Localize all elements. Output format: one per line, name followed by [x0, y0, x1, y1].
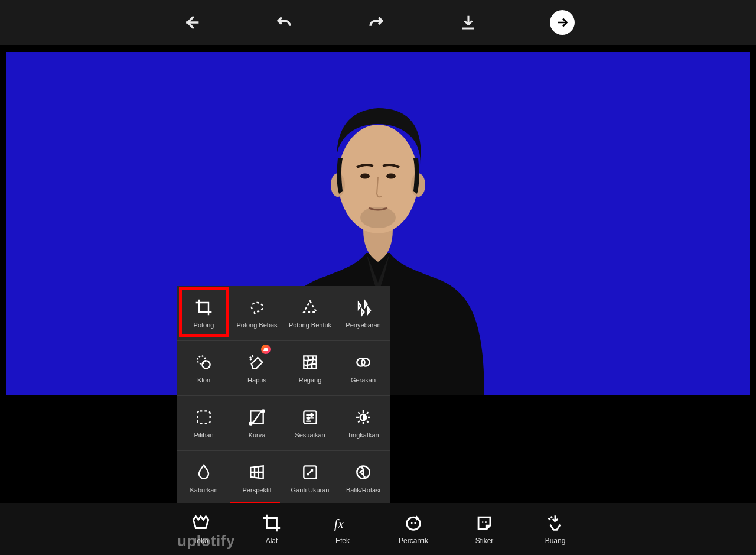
svg-point-24 — [482, 521, 484, 523]
svg-point-7 — [202, 361, 210, 368]
next-button[interactable] — [550, 10, 575, 35]
tool-potong-bebas[interactable]: Potong Bebas — [230, 286, 284, 340]
tool-balik-rotasi[interactable]: Balik/Rotasi — [337, 451, 390, 505]
tools-popup-menu: Potong Potong Bebas Potong Bentuk Penyeb… — [177, 286, 390, 505]
tool-kurva[interactable]: Kurva — [230, 396, 284, 450]
tool-potong-bentuk[interactable]: Potong Bentuk — [284, 286, 337, 340]
tool-ganti-ukuran[interactable]: Ganti Ukuran — [284, 451, 337, 505]
undo-button[interactable] — [273, 12, 295, 33]
tool-label: Kaburkan — [190, 486, 217, 494]
tool-potong[interactable]: Potong — [177, 286, 230, 340]
download-button[interactable] — [458, 12, 479, 33]
tool-label: Penyebaran — [346, 322, 380, 329]
tool-regang[interactable]: Regang — [284, 341, 337, 395]
svg-point-3 — [360, 174, 370, 179]
svg-point-23 — [414, 522, 416, 524]
top-toolbar — [0, 0, 756, 45]
tool-label: Potong — [194, 322, 214, 329]
bottom-toko[interactable]: Toko — [178, 513, 223, 545]
tool-label: Pilihan — [194, 431, 213, 439]
bottom-label: Buang — [545, 537, 566, 545]
bottom-label: Stiker — [475, 537, 494, 545]
tool-tingkatkan[interactable]: Tingkatkan — [337, 396, 390, 450]
bottom-label: Percantik — [399, 537, 428, 545]
svg-point-12 — [249, 423, 252, 425]
bottom-percantik[interactable]: Percantik — [391, 513, 436, 545]
back-button[interactable] — [181, 12, 203, 33]
bottom-toolbar: Toko Alat fx Efek Percantik Stiker Buang — [0, 503, 756, 555]
tool-label: Ganti Ukuran — [291, 486, 330, 494]
bottom-efek[interactable]: fx Efek — [320, 513, 365, 545]
tool-label: Sesuaikan — [295, 431, 325, 439]
svg-point-15 — [311, 414, 312, 416]
svg-point-4 — [386, 174, 396, 179]
svg-rect-21 — [407, 517, 421, 530]
svg-point-13 — [262, 410, 265, 412]
bottom-label: Alat — [266, 537, 278, 545]
tool-perspektif[interactable]: Perspektif — [230, 451, 284, 505]
tool-label: Perspektif — [243, 486, 272, 494]
bottom-buang[interactable]: Buang — [533, 513, 578, 545]
tool-gerakan[interactable]: Gerakan — [337, 341, 390, 395]
svg-rect-10 — [197, 411, 210, 423]
svg-text:fx: fx — [334, 517, 344, 531]
tool-kaburkan[interactable]: Kaburkan — [177, 451, 230, 505]
bottom-stiker[interactable]: Stiker — [462, 513, 507, 545]
svg-point-9 — [361, 358, 369, 366]
tool-label: Kurva — [249, 431, 266, 439]
tool-penyebaran[interactable]: Penyebaran — [337, 286, 390, 340]
tool-klon[interactable]: Klon — [177, 341, 230, 395]
tool-label: Potong Bebas — [236, 322, 277, 329]
bottom-alat[interactable]: Alat — [249, 513, 294, 545]
tool-label: Hapus — [247, 377, 266, 384]
svg-point-22 — [411, 522, 413, 524]
svg-point-6 — [197, 356, 205, 363]
tool-hapus[interactable]: Hapus — [230, 341, 284, 395]
tool-label: Potong Bentuk — [289, 322, 331, 329]
tool-pilihan[interactable]: Pilihan — [177, 396, 230, 450]
redo-button[interactable] — [366, 12, 387, 33]
svg-point-16 — [308, 417, 309, 419]
tool-label: Gerakan — [351, 377, 376, 384]
bottom-label: Efek — [335, 537, 350, 545]
svg-point-5 — [360, 207, 396, 228]
bottom-label: Toko — [193, 537, 208, 545]
svg-point-25 — [485, 521, 487, 523]
tool-label: Tingkatkan — [347, 431, 379, 439]
premium-badge-icon — [261, 345, 271, 354]
tool-sesuaikan[interactable]: Sesuaikan — [284, 396, 337, 450]
tool-label: Regang — [299, 377, 322, 384]
tool-label: Balik/Rotasi — [346, 486, 380, 494]
tool-label: Klon — [197, 377, 210, 384]
